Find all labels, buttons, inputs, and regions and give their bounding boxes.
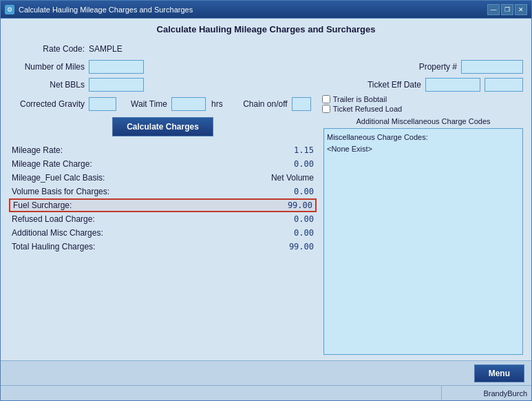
rate-code-label: Rate Code: (9, 44, 85, 54)
fuel-surcharge-label: Fuel Surcharge: (13, 200, 72, 210)
window-title: Calculate Hauling Mileage Charges and Su… (19, 6, 487, 14)
menu-button[interactable]: Menu (474, 364, 524, 382)
wait-time-label: Wait Time (126, 99, 167, 109)
misc-content-value: <None Exist> (327, 143, 520, 155)
chain-on-off-input[interactable]: 0 (292, 97, 311, 111)
ticket-eff-time-input[interactable]: 7:01 am (485, 78, 523, 92)
ticket-refused-label: Ticket Refused Load (333, 105, 402, 113)
total-hauling-label: Total Hauling Charges: (12, 242, 95, 251)
content-area: Calculate Hauling Mileage Charges and Su… (1, 19, 531, 360)
rate-code-row: Rate Code: SAMPLE (9, 41, 523, 56)
volume-basis-label: Volume Basis for Charges: (12, 187, 109, 196)
ticket-refused-row: Ticket Refused Load (322, 105, 402, 113)
wait-time-unit: hrs (211, 99, 223, 109)
fuel-surcharge-value: 99.00 (278, 200, 312, 210)
right-panel: Additional Miscellaneous Charge Codes Mi… (323, 117, 523, 355)
number-of-miles-input[interactable]: 150.00 (89, 60, 144, 74)
volume-basis-row: Volume Basis for Charges: 0.00 (9, 185, 317, 198)
refused-load-row: Refused Load Charge: 0.00 (9, 212, 317, 226)
mileage-rate-label: Mileage Rate: (12, 145, 63, 155)
net-bbls-input[interactable]: 0.00 (89, 78, 144, 92)
chain-on-off-label: Chain on/off (233, 99, 288, 109)
window-icon: ⚙ (5, 5, 14, 14)
status-left (1, 386, 442, 400)
property-label: Property # (402, 62, 457, 72)
left-panel: Calculate Charges Mileage Rate: 1.15 Mil… (9, 117, 317, 355)
status-user: BrandyBurch (442, 386, 531, 400)
gravity-row: Corrected Gravity 0.0 Wait Time 0.00 hrs… (9, 95, 523, 113)
additional-misc-row: Additional Misc Charges: 0.00 (9, 226, 317, 240)
additional-misc-value: 0.00 (279, 228, 314, 238)
fuel-surcharge-row: Fuel Surcharge: 99.00 (9, 198, 317, 212)
mileage-rate-charge-label: Mileage Rate Charge: (12, 159, 92, 169)
additional-misc-label: Additional Misc Charges: (12, 228, 103, 238)
rate-code-value: SAMPLE (89, 44, 123, 54)
main-body: Calculate Charges Mileage Rate: 1.15 Mil… (9, 117, 523, 355)
miles-property-row: Number of Miles 150.00 Property # TX0001 (9, 59, 523, 74)
window-controls: — ❐ ✕ (487, 4, 527, 15)
trailer-bobtail-row: Trailer is Bobtail (322, 95, 402, 103)
close-button[interactable]: ✕ (515, 4, 527, 15)
ticket-refused-checkbox[interactable] (322, 105, 330, 113)
trailer-bobtail-checkbox[interactable] (322, 95, 330, 103)
property-input[interactable]: TX0001 (461, 60, 523, 74)
title-bar: ⚙ Calculate Hauling Mileage Charges and … (1, 1, 531, 19)
refused-load-label: Refused Load Charge: (12, 214, 95, 224)
minimize-button[interactable]: — (487, 4, 500, 15)
mileage-rate-charge-value: 0.00 (279, 159, 314, 169)
misc-box: Miscellaneous Charge Codes: <None Exist> (323, 128, 523, 355)
refused-load-value: 0.00 (279, 214, 314, 224)
misc-content-label: Miscellaneous Charge Codes: (327, 132, 520, 143)
misc-section-title: Additional Miscellaneous Charge Codes (323, 117, 523, 125)
mileage-rate-value: 1.15 (279, 145, 314, 155)
total-hauling-value: 99.00 (279, 242, 314, 251)
wait-time-input[interactable]: 0.00 (171, 97, 206, 111)
mileage-fuel-basis-value: Net Volume (271, 173, 314, 183)
corrected-gravity-label: Corrected Gravity (9, 99, 85, 109)
page-title: Calculate Hauling Mileage Charges and Su… (9, 24, 523, 34)
corrected-gravity-input[interactable]: 0.0 (89, 97, 116, 111)
netbbls-date-row: Net BBLs 0.00 Ticket Eff Date 08/16/2023… (9, 77, 523, 92)
mileage-rate-row: Mileage Rate: 1.15 (9, 143, 317, 157)
status-bar: BrandyBurch (1, 385, 531, 400)
restore-button[interactable]: ❐ (501, 4, 513, 15)
ticket-eff-date-label: Ticket Eff Date (352, 80, 421, 90)
bottom-bar: Menu (1, 360, 531, 385)
mileage-fuel-basis-label: Mileage_Fuel Calc Basis: (12, 173, 105, 183)
mileage-fuel-basis-row: Mileage_Fuel Calc Basis: Net Volume (9, 171, 317, 185)
main-window: ⚙ Calculate Hauling Mileage Charges and … (0, 0, 532, 401)
mileage-rate-charge-row: Mileage Rate Charge: 0.00 (9, 157, 317, 171)
volume-basis-value: 0.00 (279, 187, 314, 196)
form-area: Rate Code: SAMPLE Number of Miles 150.00… (9, 41, 523, 113)
net-bbls-label: Net BBLs (9, 80, 85, 90)
results-table: Mileage Rate: 1.15 Mileage Rate Charge: … (9, 143, 317, 254)
calculate-charges-button[interactable]: Calculate Charges (112, 117, 213, 136)
trailer-bobtail-label: Trailer is Bobtail (333, 95, 387, 103)
number-of-miles-label: Number of Miles (9, 62, 85, 72)
ticket-eff-date-input[interactable]: 08/16/2023 (425, 78, 480, 92)
misc-content: Miscellaneous Charge Codes: <None Exist> (324, 129, 522, 157)
total-hauling-row: Total Hauling Charges: 99.00 (9, 240, 317, 254)
